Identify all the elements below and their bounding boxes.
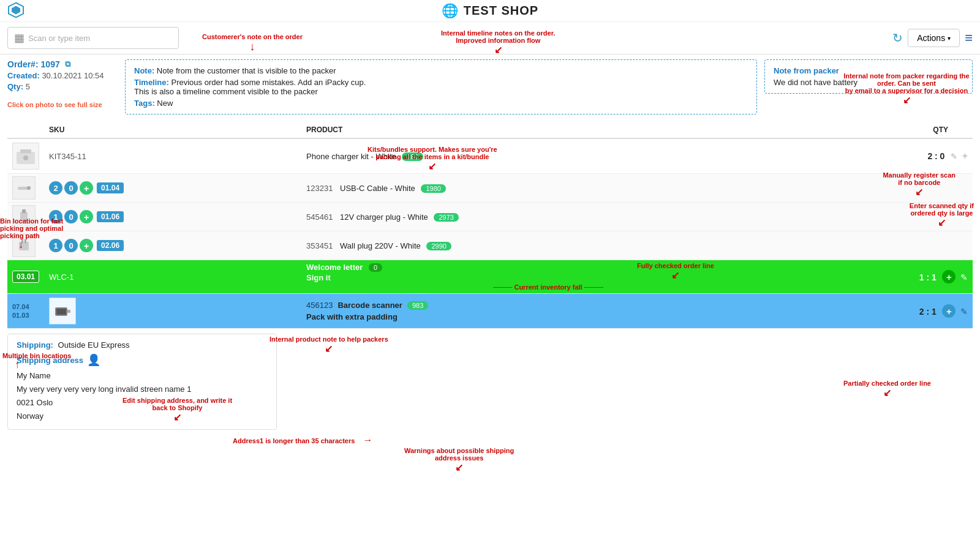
- svg-rect-9: [24, 209, 26, 213]
- created-date: Created: 30.10.2021 10:54: [7, 71, 118, 80]
- order-qty: Qty: 5: [7, 82, 118, 91]
- blue-qty: 2 : 1: [919, 307, 937, 317]
- sub-thumb: [7, 174, 44, 203]
- top-section: Order#: 1097 ⧉ Created: 30.10.2021 10:54…: [0, 54, 980, 114]
- col-thumb: [7, 122, 44, 138]
- svg-point-6: [27, 186, 31, 190]
- col-sku: SKU: [44, 122, 301, 138]
- copy-icon[interactable]: ⧉: [65, 59, 70, 69]
- table-row: 1 0 + 01.06 545461 12V charger plug - Wh…: [7, 203, 973, 231]
- green-qty: 1 : 1: [919, 272, 937, 282]
- globe-icon: 🌐: [442, 3, 459, 19]
- ann-address1: Address1 is longer than 35 characters →: [233, 435, 372, 446]
- product-thumbnail[interactable]: [7, 138, 44, 174]
- sub-qty2: [795, 203, 973, 231]
- sub-sku2: 545461: [306, 212, 333, 222]
- blue-bin-cell: 07.04 01.03: [7, 294, 44, 329]
- items-table-wrap: SKU PRODUCT QTY KIT345-11 Phone charger …: [0, 114, 980, 329]
- sub-name-cell: 123231 USB-C Cable - White 1980: [301, 174, 795, 203]
- edit-qty-icon[interactable]: ✎: [951, 152, 957, 161]
- shipping-box: Shipping: Outside EU Express Shipping ad…: [7, 334, 277, 430]
- sub-bin-sku2: 1 0 + 01.06: [44, 203, 301, 231]
- shipping-label: Shipping:: [17, 340, 53, 350]
- sub-name-cell3: 353451 Wall plug 220V - White 2990: [301, 231, 795, 260]
- svg-rect-15: [67, 310, 70, 313]
- note-line: Note: Note from the customer that is vis…: [134, 66, 748, 75]
- sub-qty3: [795, 231, 973, 260]
- qty-add-btn3[interactable]: +: [80, 239, 93, 252]
- photo-hint: Click on photo to see full size: [7, 101, 118, 108]
- qty-add-btn[interactable]: +: [80, 181, 93, 195]
- product-name: Phone charger kit - White: [306, 152, 396, 161]
- sub-badge3: 2990: [426, 242, 451, 250]
- product-name-cell: Phone charger kit - White 180: [301, 138, 795, 174]
- scan-input-wrapper[interactable]: ▦ Scan or type item: [7, 27, 179, 49]
- svg-marker-1: [12, 6, 20, 14]
- bin-location3: 02.06: [97, 240, 124, 251]
- qty-packed-btn[interactable]: 2: [49, 181, 62, 195]
- ann-warnings-shipping: Warnings about possible shippingaddress …: [404, 447, 514, 473]
- actions-button[interactable]: Actions ▾: [908, 29, 960, 47]
- qty-value: 2 : 0: [927, 151, 944, 161]
- table-row: KIT345-11 Phone charger kit - White 180 …: [7, 138, 973, 174]
- shipping-address-title: Shipping address: [17, 356, 83, 365]
- svg-rect-12: [24, 239, 26, 243]
- chevron-down-icon: ▾: [948, 35, 951, 42]
- refresh-button[interactable]: ↻: [892, 31, 903, 45]
- sub-name2: 12V charger plug - White: [340, 212, 428, 222]
- add-qty-icon[interactable]: +: [962, 151, 968, 161]
- green-edit-icon[interactable]: ✎: [960, 272, 968, 282]
- customer-note-area: Note: Note from the customer that is vis…: [125, 59, 757, 114]
- svg-rect-7: [20, 212, 28, 222]
- blue-add-btn[interactable]: +: [942, 304, 956, 318]
- table-row-green: 03.01 WLC-1 Welcome letter 0 Sign it ───…: [7, 260, 973, 294]
- green-bin-cell: 03.01: [7, 260, 44, 294]
- qty-buttons3: 1 0 +: [49, 239, 93, 252]
- sub-name3: Wall plug 220V - White: [340, 241, 421, 250]
- qty-buttons: 2 0 +: [49, 181, 93, 195]
- qty-zero-btn2[interactable]: 0: [64, 210, 78, 223]
- sub-name: USB-C Cable - White: [340, 184, 415, 193]
- qty-packed-btn3[interactable]: 1: [49, 239, 62, 252]
- barcode-icon: ▦: [14, 31, 24, 45]
- svg-rect-11: [21, 239, 23, 243]
- header: 🌐 TEST SHOP: [0, 0, 980, 22]
- packer-note-text: We did not have battery: [774, 78, 963, 87]
- svg-rect-8: [22, 209, 24, 213]
- svg-rect-10: [19, 242, 29, 250]
- blue-qty-cell: 2 : 1 + ✎: [795, 294, 973, 329]
- packer-note-area: Note from packer We did not have battery: [764, 59, 973, 114]
- bin-location: 01.04: [97, 182, 124, 193]
- sub-badge2: 2973: [434, 213, 458, 222]
- green-add-btn[interactable]: +: [942, 270, 956, 283]
- qty-zero-btn3[interactable]: 0: [64, 239, 78, 252]
- qty-buttons2: 1 0 +: [49, 210, 93, 223]
- blue-edit-icon[interactable]: ✎: [960, 307, 968, 317]
- topbar: ▦ Scan or type item ↻ Actions ▾ ≡: [0, 22, 980, 54]
- sign-it-text: Sign it: [306, 273, 790, 282]
- green-bin-box: 03.01: [12, 271, 39, 283]
- sub-sku3: 353451: [306, 241, 333, 250]
- edit-address-icon[interactable]: 👤: [87, 353, 100, 367]
- packer-note-box: Note from packer We did not have battery: [764, 59, 973, 94]
- timeline-line: Timeline: Previous order had some mistak…: [134, 78, 748, 96]
- items-table: SKU PRODUCT QTY KIT345-11 Phone charger …: [7, 122, 973, 329]
- table-header: SKU PRODUCT QTY: [7, 122, 973, 138]
- product-badge: 180: [402, 152, 423, 161]
- qty-add-btn2[interactable]: +: [80, 210, 93, 223]
- qty-zero-btn[interactable]: 0: [64, 181, 78, 195]
- sub-badge: 1980: [421, 184, 445, 193]
- sub-sku: 123231: [306, 184, 333, 193]
- qty-packed-btn2[interactable]: 1: [49, 210, 62, 223]
- table-row: 1 0 + 02.06 353451 Wall plug 220V - Whit…: [7, 231, 973, 260]
- blue-name: Barcode scanner: [337, 301, 402, 310]
- blue-sku: 456123: [306, 301, 333, 310]
- blue-thumb-cell: [44, 294, 301, 329]
- menu-icon[interactable]: ≡: [965, 30, 973, 46]
- current-inventory-annotation: ──── Current inventory fall ────: [306, 283, 790, 291]
- blue-badge: 983: [407, 301, 428, 310]
- shipping-method: Outside EU Express: [58, 340, 130, 350]
- order-number: Order#: 1097 ⧉: [7, 59, 118, 69]
- order-meta: Order#: 1097 ⧉ Created: 30.10.2021 10:54…: [7, 59, 118, 114]
- svg-point-4: [23, 156, 28, 160]
